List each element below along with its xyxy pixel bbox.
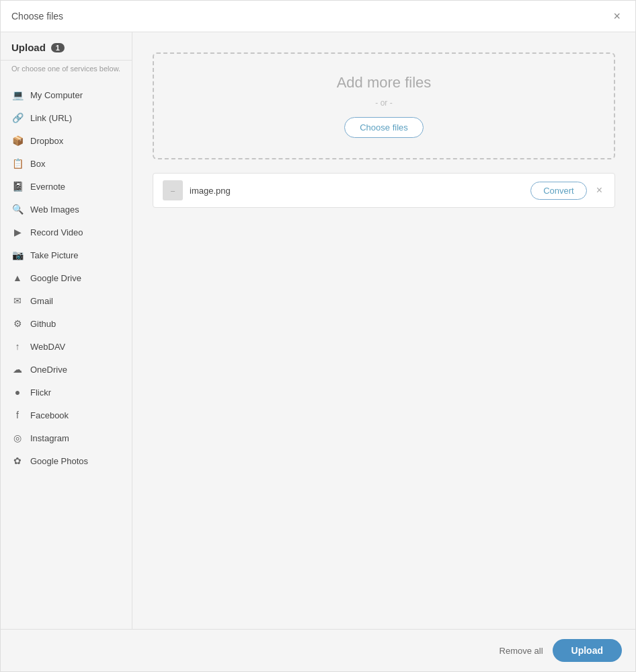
sidebar-subtitle: Or choose one of services below. (1, 65, 132, 79)
google-drive-icon: ▲ (11, 272, 24, 284)
sidebar-item-record-video[interactable]: ▶Record Video (1, 221, 132, 244)
onedrive-icon: ☁ (11, 363, 24, 375)
instagram-icon: ◎ (11, 432, 24, 444)
sidebar-item-label-github: Github (30, 319, 56, 329)
sidebar-item-google-drive[interactable]: ▲Google Drive (1, 266, 132, 289)
evernote-icon: 📓 (11, 180, 24, 192)
web-images-icon: 🔍 (11, 203, 24, 215)
sidebar-item-label-webdav: WebDAV (30, 342, 65, 352)
sidebar-item-label-onedrive: OneDrive (30, 365, 67, 375)
sidebar-item-label-evernote: Evernote (30, 182, 65, 192)
sidebar-item-gmail[interactable]: ✉Gmail (1, 289, 132, 312)
sidebar-item-take-picture[interactable]: 📷Take Picture (1, 244, 132, 266)
remove-all-button[interactable]: Remove all (500, 646, 543, 656)
main-content: Add more files - or - Choose files – ima… (132, 32, 635, 629)
sidebar-item-instagram[interactable]: ◎Instagram (1, 426, 132, 449)
upload-header: Upload 1 (11, 42, 121, 53)
sidebar-item-facebook[interactable]: fFacebook (1, 404, 132, 426)
sidebar-item-onedrive[interactable]: ☁OneDrive (1, 358, 132, 381)
flickr-icon: ● (11, 386, 24, 398)
sidebar-upload-section: Upload 1 (1, 32, 132, 61)
sidebar-item-github[interactable]: ⚙Github (1, 312, 132, 335)
dialog-body: Upload 1 Or choose one of services below… (1, 32, 635, 629)
sidebar-item-link-url[interactable]: 🔗Link (URL) (1, 106, 132, 129)
drop-zone-or: - or - (167, 98, 600, 108)
dialog-footer: Remove all Upload (1, 629, 635, 671)
sidebar-item-flickr[interactable]: ●Flickr (1, 381, 132, 404)
dialog: Choose files × Upload 1 Or choose one of… (0, 0, 636, 672)
google-photos-icon: ✿ (11, 455, 24, 467)
record-video-icon: ▶ (11, 226, 24, 238)
sidebar-item-label-google-photos: Google Photos (30, 456, 88, 466)
choose-files-button[interactable]: Choose files (344, 117, 424, 138)
webdav-icon: ↑ (11, 340, 24, 352)
sidebar-item-web-images[interactable]: 🔍Web Images (1, 198, 132, 221)
convert-button[interactable]: Convert (530, 182, 587, 200)
sidebar-item-label-my-computer: My Computer (30, 90, 83, 100)
sidebar-nav: 💻My Computer🔗Link (URL)📦Dropbox📋Box📓Ever… (1, 79, 132, 629)
file-thumbnail: – (163, 180, 183, 200)
upload-label: Upload (11, 42, 46, 53)
sidebar-item-label-facebook: Facebook (30, 410, 69, 420)
sidebar-item-box[interactable]: 📋Box (1, 152, 132, 175)
upload-badge: 1 (51, 43, 65, 52)
dialog-title: Choose files (11, 11, 63, 22)
gmail-icon: ✉ (11, 295, 24, 307)
drop-zone-title: Add more files (167, 74, 600, 91)
sidebar-item-label-web-images: Web Images (30, 204, 79, 215)
box-icon: 📋 (11, 157, 24, 170)
sidebar-item-label-record-video: Record Video (30, 227, 83, 237)
sidebar-item-label-link-url: Link (URL) (30, 113, 72, 123)
take-picture-icon: 📷 (11, 249, 24, 261)
sidebar-item-label-google-drive: Google Drive (30, 273, 81, 283)
sidebar: Upload 1 Or choose one of services below… (1, 32, 132, 629)
file-name: image.png (190, 186, 524, 196)
sidebar-item-webdav[interactable]: ↑WebDAV (1, 335, 132, 358)
github-icon: ⚙ (11, 318, 24, 330)
sidebar-item-label-dropbox: Dropbox (30, 136, 63, 146)
sidebar-item-dropbox[interactable]: 📦Dropbox (1, 129, 132, 152)
file-row: – image.png Convert × (153, 173, 615, 208)
sidebar-item-my-computer[interactable]: 💻My Computer (1, 83, 132, 106)
my-computer-icon: 💻 (11, 89, 24, 101)
remove-file-button[interactable]: × (594, 184, 605, 197)
dialog-header: Choose files × (1, 1, 635, 32)
upload-button[interactable]: Upload (553, 639, 622, 662)
sidebar-item-google-photos[interactable]: ✿Google Photos (1, 449, 132, 472)
sidebar-item-label-instagram: Instagram (30, 433, 69, 443)
sidebar-item-evernote[interactable]: 📓Evernote (1, 175, 132, 198)
sidebar-item-label-box: Box (30, 159, 45, 169)
sidebar-item-label-take-picture: Take Picture (30, 250, 79, 260)
sidebar-item-label-flickr: Flickr (30, 387, 51, 398)
dropbox-icon: 📦 (11, 135, 24, 147)
facebook-icon: f (11, 409, 24, 421)
close-button[interactable]: × (609, 9, 625, 24)
link-url-icon: 🔗 (11, 112, 24, 124)
drop-zone: Add more files - or - Choose files (153, 52, 615, 159)
sidebar-item-label-gmail: Gmail (30, 296, 53, 306)
